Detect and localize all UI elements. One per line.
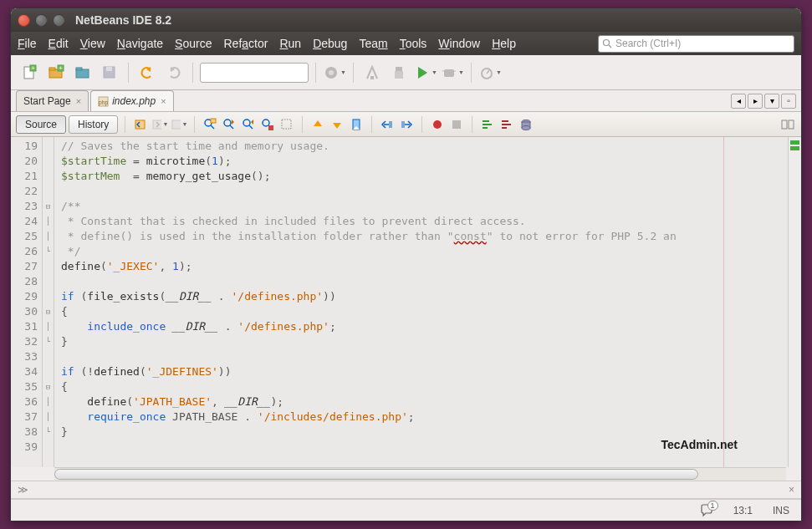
nav-back-button[interactable] [132, 116, 149, 133]
svg-line-28 [211, 125, 214, 129]
config-combo[interactable] [200, 63, 309, 83]
svg-rect-17 [444, 69, 454, 77]
menu-source[interactable]: Source [175, 37, 212, 50]
undo-button[interactable] [135, 61, 159, 84]
breadcrumb-icon[interactable]: ≫ [18, 484, 28, 496]
build-button[interactable]: ▼ [323, 61, 346, 84]
menu-help[interactable]: Help [492, 37, 516, 50]
status-bar: 1 13:1 INS [11, 499, 801, 521]
tab-label: Start Page [23, 95, 71, 107]
code-line[interactable] [61, 274, 788, 289]
search-input[interactable]: Search (Ctrl+I) [598, 35, 794, 53]
toggle-highlight-button[interactable] [259, 116, 276, 133]
prev-bookmark-button[interactable] [309, 116, 326, 133]
code-line[interactable]: */ [61, 244, 788, 259]
new-file-button[interactable]: + [18, 61, 41, 84]
close-icon[interactable]: × [161, 96, 166, 106]
new-project-button[interactable]: + [44, 61, 68, 84]
window-maximize-button[interactable] [53, 14, 65, 27]
code-line[interactable]: define('JPATH_BASE', __DIR__); [61, 394, 788, 409]
code-line[interactable]: { [61, 304, 788, 319]
comment-button[interactable] [479, 116, 496, 133]
start-macro-button[interactable] [429, 116, 446, 133]
code-line[interactable]: * define() is used in the installation f… [61, 229, 788, 244]
menu-refactor[interactable]: Refactor [223, 37, 268, 50]
breadcrumb-close[interactable]: × [789, 484, 794, 496]
menu-run[interactable]: Run [279, 37, 301, 50]
insert-mode[interactable]: INS [773, 505, 789, 516]
find-prev-button[interactable] [221, 116, 237, 133]
shift-right-button[interactable] [398, 116, 415, 133]
notification-count: 1 [707, 501, 718, 511]
toggle-rect-select-button[interactable] [278, 116, 295, 133]
tab-maximize-button[interactable]: ▫ [781, 94, 796, 109]
menu-file[interactable]: File [18, 37, 37, 50]
menu-navigate[interactable]: Navigate [117, 37, 163, 50]
code-line[interactable]: if (!defined('_JDEFINES')) [61, 364, 788, 379]
stop-macro-button[interactable] [448, 116, 465, 133]
menu-edit[interactable]: Edit [49, 37, 69, 50]
code-line[interactable]: define('_JEXEC', 1); [61, 259, 788, 274]
split-button[interactable] [779, 116, 796, 133]
nav-forward-button[interactable]: ▼ [151, 116, 168, 133]
cursor-position[interactable]: 13:1 [733, 505, 753, 516]
close-icon[interactable]: × [76, 96, 81, 106]
save-all-button[interactable] [98, 61, 121, 84]
code-line[interactable]: $startMem = memory_get_usage(); [61, 169, 788, 184]
clean-build-button[interactable] [360, 61, 384, 84]
horizontal-scrollbar[interactable] [54, 467, 786, 481]
code-line[interactable]: * Constant that is checked in included f… [61, 214, 788, 229]
source-view-button[interactable]: Source [16, 115, 66, 134]
line-gutter[interactable]: 1920212223242526272829303132333435363738… [11, 137, 43, 467]
uncomment-button[interactable] [498, 116, 515, 133]
goto-type-button[interactable] [518, 116, 534, 133]
code-line[interactable]: if (file_exists(__DIR__ . '/defines.php'… [61, 289, 788, 304]
next-bookmark-button[interactable] [329, 116, 345, 133]
svg-text:+: + [59, 64, 63, 72]
svg-point-30 [224, 120, 231, 126]
tab-list-button[interactable]: ▾ [764, 94, 779, 109]
tab-scroll-right-button[interactable]: ▸ [748, 94, 763, 109]
code-line[interactable]: $startTime = microtime(1); [61, 154, 788, 169]
editor-toolbar: Source History ▼ ▼ [11, 112, 801, 137]
menu-team[interactable]: Team [359, 37, 387, 50]
code-line[interactable]: require_once JPATH_BASE . '/includes/def… [61, 409, 788, 425]
window-minimize-button[interactable] [35, 14, 48, 27]
code-line[interactable]: // Saves the start time and memory usage… [61, 139, 788, 154]
tab-scroll-left-button[interactable]: ◂ [731, 94, 746, 109]
redo-button[interactable] [162, 61, 186, 84]
code-line[interactable] [61, 184, 788, 199]
code-line[interactable]: include_once __DIR__ . '/defines.php'; [61, 319, 788, 334]
tab-index-php[interactable]: php index.php × [90, 90, 173, 111]
code-line[interactable] [61, 349, 788, 364]
svg-line-21 [487, 70, 489, 74]
profile-button[interactable]: ▼ [478, 61, 502, 84]
menu-debug[interactable]: Debug [313, 37, 347, 50]
tab-start-page[interactable]: Start Page × [16, 90, 89, 111]
run-button[interactable]: ▼ [414, 61, 437, 84]
last-edit-button[interactable]: ▼ [171, 116, 187, 133]
code-line[interactable]: { [61, 379, 788, 394]
error-stripe[interactable] [788, 137, 801, 467]
main-toolbar: + + ▼ ▼ ▼ ▼ [11, 55, 801, 90]
svg-rect-6 [49, 68, 55, 70]
window-close-button[interactable] [18, 14, 30, 27]
menu-window[interactable]: Window [438, 37, 480, 50]
open-project-button[interactable] [71, 61, 94, 84]
toggle-bookmark-button[interactable] [348, 116, 365, 133]
code-editor[interactable]: // Saves the start time and memory usage… [54, 137, 788, 467]
code-line[interactable]: } [61, 334, 788, 349]
svg-point-45 [433, 120, 442, 129]
fold-column[interactable]: ⊟││└⊟│└⊟││└ [43, 137, 54, 467]
clean-button[interactable] [387, 61, 411, 84]
code-line[interactable]: /** [61, 199, 788, 214]
history-view-button[interactable]: History [69, 115, 118, 134]
menu-tools[interactable]: Tools [400, 37, 427, 50]
find-selection-button[interactable] [202, 116, 218, 133]
svg-rect-15 [370, 76, 374, 79]
menu-view[interactable]: View [80, 37, 105, 50]
find-next-button[interactable] [240, 116, 257, 133]
shift-left-button[interactable] [379, 116, 396, 133]
notifications-button[interactable]: 1 [700, 504, 713, 517]
debug-button[interactable]: ▼ [441, 61, 464, 84]
